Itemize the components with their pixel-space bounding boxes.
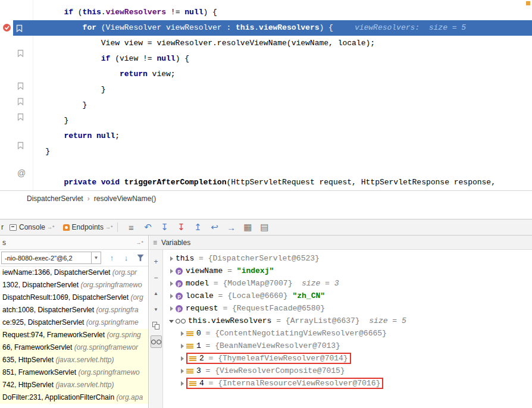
breadcrumb-class[interactable]: DispatcherServlet [27,194,83,203]
field-icon [189,356,196,362]
bookmark-icon [17,49,24,59]
code-line: if (view != null) { [0,51,532,67]
chevron-right-icon[interactable] [179,329,186,337]
variable-row[interactable]: pmodel = {ModelMap@7007} size = 3 [163,277,532,290]
chevron-right-icon[interactable] [179,379,186,387]
variable-row[interactable]: pviewName = "indexj" [163,265,532,277]
stack-frame[interactable]: 851, FrameworkServlet (org.springframewo [0,366,148,379]
variable-row[interactable]: 3 = {ViewResolverComposite@7015} [163,365,532,377]
chevron-right-icon[interactable] [179,342,186,350]
parameter-icon: p [176,268,183,275]
variable-row[interactable]: plocale = {Locale@6660} "zh_CN" [163,290,532,302]
bookmark-icon [17,81,24,92]
stack-frame[interactable]: ce:925, DispatcherServlet (org.springfra… [0,316,148,329]
stack-frame[interactable]: Request:974, FrameworkServlet (org.sprin… [0,329,148,341]
variable-row[interactable]: 1 = {BeanNameViewResolver@7013} [163,340,532,352]
step-over-icon[interactable]: ↧ [156,222,173,233]
chevron-right-icon[interactable] [168,267,176,275]
frames-list: iewName:1366, DispatcherServlet (org.spr… [0,266,148,408]
frames-toolbar: -nio-8080-exec-2"@6,2 ▼ ↑↓ [0,250,148,266]
ide-debug-window: if (this.viewResolvers != null) {for (Vi… [0,0,532,408]
frames-tab-label[interactable]: s [2,238,6,247]
scroll-down-icon[interactable]: ▼ [151,302,162,318]
step-out-icon[interactable]: ↥ [189,222,206,233]
filter-frames-icon[interactable] [133,255,148,261]
variable-row[interactable]: 2 = {ThymeleafViewResolver@7014} [163,352,532,365]
code-line: } [0,82,532,98]
code-line: return view; [0,67,532,82]
field-icon [186,343,193,349]
variables-side-toolbar: +−▲▼ [149,250,163,408]
chevron-right-icon[interactable] [168,305,176,312]
chevron-right-icon[interactable] [179,354,186,362]
breakpoint-icon[interactable] [2,23,11,34]
chevron-down-icon[interactable] [168,317,176,325]
variable-row[interactable]: 4 = {InternalResourceViewResolver@7016} [163,377,532,390]
variable-row[interactable]: 0 = {ContentNegotiatingViewResolver@6665… [163,327,532,340]
stack-frame[interactable]: atch:1008, DispatcherServlet (org.spring… [0,304,148,316]
code-line: View view = viewResolver.resolveViewName… [0,36,532,51]
stack-frame[interactable]: DoFilter:231, ApplicationFilterChain (or… [0,391,148,404]
show-watches-icon[interactable] [151,335,162,348]
thread-selector[interactable]: -nio-8080-exec-2"@6,2 ▼ [1,252,101,264]
chevron-right-icon[interactable] [179,367,186,375]
force-step-into-icon[interactable]: ↧ [173,222,189,233]
variable-row[interactable]: this.viewResolvers = {ArrayList@6637} si… [163,315,532,327]
remove-watch-icon[interactable]: − [151,269,162,285]
show-execution-point-icon[interactable]: ↶ [139,222,156,233]
frames-tool-icons: ↑↓ [105,253,148,262]
view-as-table-icon[interactable]: ▦ [239,222,256,233]
code-line [0,159,532,175]
frames-panel: s →* -nio-8080-exec-2"@6,2 ▼ ↑↓ iewName:… [0,236,149,408]
next-frame-icon[interactable]: ↓ [119,253,133,262]
scroll-up-icon[interactable]: ▲ [151,285,162,302]
parameter-icon: p [176,305,183,312]
tab-endpoints[interactable]: Endpoints [72,223,104,231]
variables-body: +−▲▼ this = {DispatcherServlet@6523}pvie… [149,250,532,408]
code-editor[interactable]: if (this.viewResolvers != null) {for (Vi… [0,0,532,190]
field-icon [189,381,196,387]
pin-icon[interactable]: →* [105,224,113,230]
code-line: } [0,144,532,159]
parameter-icon: p [176,280,183,287]
code-line: return null; [0,128,532,144]
code-line: } [0,98,532,113]
chevron-right-icon[interactable] [168,292,176,300]
variables-header: ≡ Variables [149,236,532,250]
code-lines: if (this.viewResolvers != null) {for (Vi… [0,5,532,190]
stack-frame[interactable]: 1302, DispatcherServlet (org.springframe… [0,279,148,291]
duplicate-watch-icon[interactable] [151,318,162,334]
stack-frame[interactable]: 742, HttpServlet (javax.servlet.http) [0,379,148,391]
highlight-box: 4 = {InternalResourceViewResolver@7016} [186,378,383,389]
pin-icon[interactable]: →* [47,224,55,230]
chevron-down-icon[interactable]: ▼ [91,252,101,263]
pin-icon[interactable]: →* [136,240,143,246]
run-to-cursor-icon[interactable]: → [223,222,239,233]
menu-icon[interactable]: ≡ [123,222,139,233]
bookmark-icon[interactable] [16,24,23,34]
variables-panel: ≡ Variables +−▲▼ this = {DispatcherServl… [149,236,532,408]
breadcrumb-method[interactable]: resolveViewName() [94,194,156,203]
stack-frame[interactable]: 635, HttpServlet (javax.servlet.http) [0,354,148,366]
variable-row[interactable]: prequest = {RequestFacade@6580} [163,302,532,315]
debug-toolbar: r Console →* Endpoints →* ≡↶↧↧↥↩→▦▤ [0,219,532,236]
variable-row[interactable]: this = {DispatcherServlet@6523} [163,252,532,265]
tab-console[interactable]: Console [19,223,45,231]
chevron-right-icon[interactable] [168,255,176,262]
stack-frame[interactable]: iewName:1366, DispatcherServlet (org.spr [0,266,148,279]
layout-settings-icon[interactable]: ▤ [256,222,273,233]
execution-line: for (ViewResolver viewResolver : this.vi… [13,20,532,36]
previous-frame-icon[interactable]: ↑ [105,253,119,262]
frames-header: s →* [0,236,148,250]
field-icon [186,368,193,374]
annotation-gutter-icon: @ [17,168,26,178]
drop-frame-icon[interactable]: ↩ [206,222,223,233]
stack-frame[interactable]: 66, FrameworkServlet (org.springframewor [0,341,148,354]
tab-debugger-fragment[interactable]: r [1,223,4,231]
stack-frame[interactable]: DispatchResult:1069, DispatcherServlet (… [0,291,148,304]
console-icon [10,224,17,231]
add-watch-icon[interactable]: + [151,253,162,269]
variables-tree: this = {DispatcherServlet@6523}pviewName… [163,252,532,408]
panel-menu-icon[interactable]: ≡ [153,238,157,247]
chevron-right-icon[interactable] [168,280,176,287]
